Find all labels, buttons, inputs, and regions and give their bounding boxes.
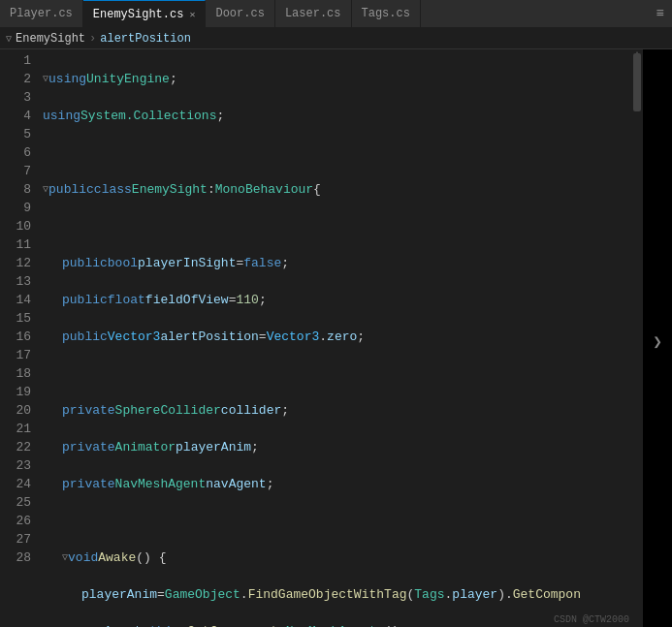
code-line-8: public Vector3 alertPosition = Vector3.z…	[43, 328, 631, 346]
fold-marker[interactable]: ▽	[6, 33, 12, 45]
editor-area: 1 2 3 4 5 6 7 8 9 10 11 12 13 14 15 16 1…	[0, 49, 672, 627]
code-line-1: ▽ using UnityEngine;	[43, 70, 631, 88]
code-line-14: ▽ void Awake() {	[43, 549, 631, 567]
tab-tags[interactable]: Tags.cs	[352, 0, 421, 28]
tab-label: EnemySight.cs	[93, 8, 184, 21]
tab-bar: Player.cs EnemySight.cs ✕ Door.cs Laser.…	[0, 0, 672, 28]
right-panel: ❯	[643, 49, 672, 627]
code-line-10: private SphereCollider collider;	[43, 401, 631, 420]
tab-label: Laser.cs	[285, 7, 341, 20]
code-line-16: navAgent = this.GetComponent<NavMeshAgen…	[43, 622, 631, 627]
code-line-4: ▽ public class EnemySight : MonoBehaviou…	[43, 180, 631, 199]
code-line-15: playerAnim = GameObject.FindGameObjectWi…	[43, 585, 631, 604]
tab-label: Tags.cs	[362, 7, 410, 20]
breadcrumb-separator: ›	[89, 32, 96, 46]
code-line-6: public bool playerInSight = false;	[43, 254, 631, 272]
code-line-11: private Animator playerAnim;	[43, 438, 631, 456]
chevron-icon[interactable]: ❯	[653, 332, 662, 352]
code-line-5	[43, 217, 631, 235]
code-line-9	[43, 364, 631, 383]
breadcrumb: ▽ EnemySight › alertPosition	[0, 28, 672, 49]
breadcrumb-item-2: alertPosition	[100, 32, 191, 46]
scrollbar-thumb[interactable]	[633, 53, 641, 111]
tab-close-icon[interactable]: ✕	[189, 9, 195, 20]
tab-overflow-button[interactable]: ≡	[649, 6, 672, 21]
code-line-2: using System.Collections;	[43, 107, 631, 125]
tab-player[interactable]: Player.cs	[0, 0, 83, 28]
line-numbers: 1 2 3 4 5 6 7 8 9 10 11 12 13 14 15 16 1…	[0, 49, 35, 627]
tab-enemysight[interactable]: EnemySight.cs ✕	[83, 0, 207, 28]
scrollbar-track[interactable]: +	[631, 49, 643, 627]
breadcrumb-item-1: EnemySight	[16, 32, 85, 46]
code-line-12: private NavMeshAgent navAgent;	[43, 475, 631, 493]
tab-label: Door.cs	[215, 7, 264, 20]
watermark: CSDN @CTW2000	[554, 614, 629, 625]
tab-label: Player.cs	[10, 7, 73, 20]
code-line-7: public float fieldOfView = 110;	[43, 291, 631, 309]
code-editor[interactable]: ▽ using UnityEngine; using System.Collec…	[35, 49, 631, 627]
code-line-13	[43, 512, 631, 530]
tab-door[interactable]: Door.cs	[206, 0, 274, 28]
code-line-3	[43, 143, 631, 162]
tab-laser[interactable]: Laser.cs	[275, 0, 352, 28]
